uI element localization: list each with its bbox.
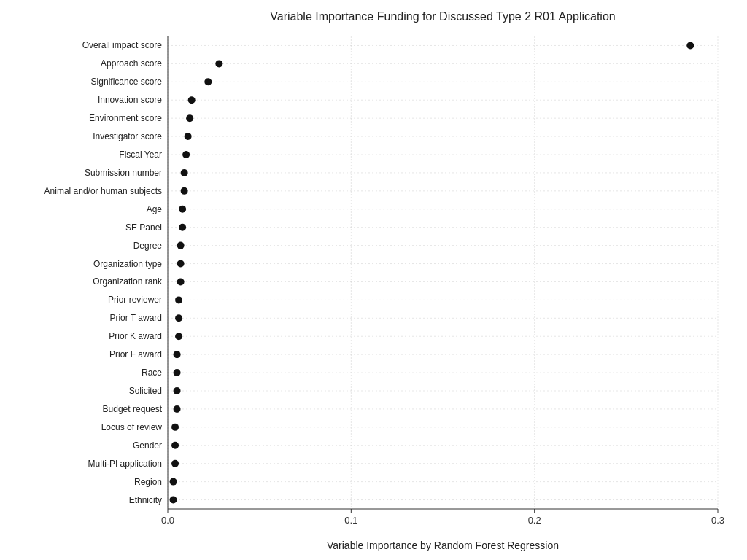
data-point (181, 169, 188, 176)
variable-label: Fiscal Year (119, 149, 162, 160)
data-point (174, 351, 181, 358)
data-point (181, 187, 188, 195)
data-point (175, 332, 182, 340)
variable-label: Innovation score (98, 95, 162, 105)
variable-label: Locus of review (101, 422, 163, 432)
data-point (188, 96, 196, 104)
data-point (171, 442, 179, 449)
variable-label: Animal and/or human subjects (44, 186, 162, 196)
data-point (215, 60, 222, 67)
svg-text:Variable Importance Funding fo: Variable Importance Funding for Discusse… (270, 10, 615, 23)
variable-label: Prior K award (109, 331, 162, 341)
data-point (174, 387, 181, 394)
svg-text:0.3: 0.3 (711, 515, 724, 526)
chart-container: Variable Importance Funding for Discusse… (0, 0, 747, 560)
data-point (170, 497, 177, 504)
variable-label: Approach score (101, 58, 162, 69)
variable-label: Significance score (91, 77, 163, 87)
variable-label: Solicited (129, 386, 162, 396)
svg-text:0.2: 0.2 (528, 515, 541, 526)
variable-label: Degree (133, 241, 163, 251)
data-point (185, 133, 192, 140)
x-axis-label: Variable Importance by Random Forest Reg… (327, 540, 559, 551)
data-point (177, 278, 185, 285)
variable-label: SE Panel (125, 222, 162, 233)
data-point (182, 151, 190, 158)
variable-label: Gender (133, 440, 162, 451)
variable-label: Submission number (85, 168, 162, 178)
data-point (171, 424, 179, 431)
data-point (175, 314, 182, 322)
variable-label: Organization rank (93, 276, 163, 287)
data-point (179, 206, 186, 213)
data-point (175, 296, 182, 303)
svg-text:0.1: 0.1 (344, 515, 357, 526)
data-point (177, 260, 185, 268)
variable-label: Environment score (89, 113, 162, 123)
data-point (177, 242, 185, 249)
data-point (174, 405, 181, 413)
data-point (204, 78, 212, 85)
variable-label: Age (147, 204, 163, 214)
variable-label: Overall impact score (82, 40, 163, 50)
variable-label: Region (134, 477, 162, 487)
variable-label: Prior T award (109, 313, 162, 323)
variable-label: Prior F award (109, 349, 162, 359)
variable-label: Race (142, 368, 162, 378)
variable-label: Multi-PI application (88, 459, 162, 469)
data-point (170, 478, 177, 486)
data-point (174, 369, 181, 376)
data-point (186, 114, 193, 122)
data-point (686, 42, 694, 49)
variable-label: Prior reviewer (108, 295, 162, 305)
data-point (179, 224, 186, 231)
variable-label: Ethnicity (129, 495, 162, 505)
data-point (171, 460, 179, 467)
variable-label: Organization type (93, 259, 162, 269)
variable-label: Investigator score (93, 131, 162, 141)
variable-label: Budget request (103, 404, 163, 414)
svg-text:0.0: 0.0 (161, 515, 174, 526)
